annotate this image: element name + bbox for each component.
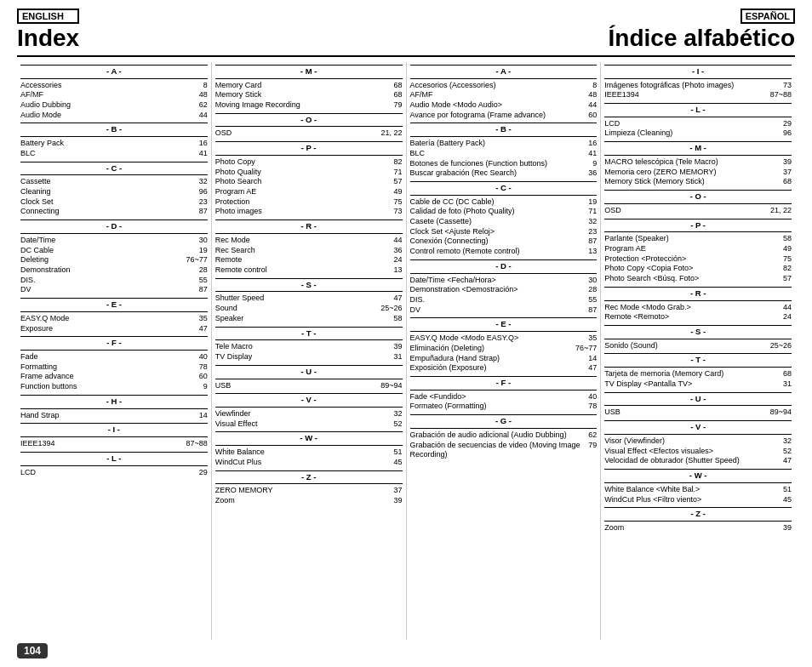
entry-text: Exposure xyxy=(20,324,197,334)
entry-text: Photo Copy <Copia Foto> xyxy=(604,264,781,274)
entry-text: Parlante (Speaker) xyxy=(604,234,781,244)
list-item: Fade 40 xyxy=(20,352,208,362)
entry-num: 87~88 xyxy=(770,90,792,100)
section-header: - S - xyxy=(215,278,403,293)
list-item: Audio Dubbing 62 xyxy=(20,100,208,111)
entry-num: 39 xyxy=(393,342,402,352)
list-item: AF/MF 48 xyxy=(410,90,598,100)
list-item: Battery Pack 16 xyxy=(20,139,208,149)
entry-num: 37 xyxy=(783,168,792,178)
list-item: Casete (Cassette) 32 xyxy=(410,217,598,227)
entry-text: Protection xyxy=(215,197,392,208)
list-item: Parlante (Speaker) 58 xyxy=(604,234,792,244)
entry-num: 40 xyxy=(588,392,597,402)
entry-text: Moving Image Recording xyxy=(215,100,392,111)
entry-num: 23 xyxy=(199,197,208,208)
entry-num: 21, 22 xyxy=(380,128,402,139)
list-item: MACRO telescópica (Tele Macro) 39 xyxy=(604,157,792,168)
entry-text: Limpieza (Cleaning) xyxy=(604,128,781,139)
entry-text: DIS. xyxy=(20,276,197,286)
entry-text: Zoom xyxy=(215,496,392,506)
list-item: IEEE1394 87~88 xyxy=(20,439,208,449)
entry-num: 9 xyxy=(592,159,597,169)
list-item: Rec Mode 44 xyxy=(215,236,403,246)
list-item: Grabación de audio adicional (Audio Dubb… xyxy=(410,430,598,441)
entry-num: 73 xyxy=(393,207,402,217)
entry-num: 36 xyxy=(588,168,597,179)
entry-text: Date/Time xyxy=(20,236,197,246)
list-item: Cassette 32 xyxy=(20,177,208,187)
entry-text: Speaker xyxy=(215,314,392,324)
entry-text: Fade <Fundido> xyxy=(410,392,587,402)
entry-text: Sonido (Sound) xyxy=(604,341,768,351)
section-header: - W - xyxy=(215,431,403,446)
section-header: - M - xyxy=(604,141,792,156)
entry-text: IEEE1394 xyxy=(20,439,184,449)
entry-num: 39 xyxy=(783,157,792,168)
entry-num: 25~26 xyxy=(380,304,402,314)
entry-num: 16 xyxy=(588,139,597,149)
entry-text: Visor (Viewfinder) xyxy=(604,436,781,447)
entry-num: 32 xyxy=(783,436,792,447)
entry-text: EASY.Q Mode <Modo EASY.Q> xyxy=(410,334,587,344)
entry-text: Exposición (Exposure) xyxy=(410,363,587,373)
entry-text: White Balance <White Bal.> xyxy=(604,485,781,495)
entry-num: 28 xyxy=(199,265,208,276)
list-item: Visor (Viewfinder) 32 xyxy=(604,436,792,447)
entry-num: 29 xyxy=(199,468,208,478)
entry-num: 35 xyxy=(588,334,597,344)
entry-text: Remote <Remoto> xyxy=(604,312,781,322)
entry-text: DV xyxy=(20,285,197,295)
entry-num: 8 xyxy=(592,81,597,91)
list-item: Speaker 58 xyxy=(215,314,403,324)
section-header: - L - xyxy=(20,452,208,466)
list-item: Memoria cero (ZERO MEMORY) 37 xyxy=(604,168,792,178)
entry-num: 79 xyxy=(393,100,402,111)
index-title: Index xyxy=(17,26,79,52)
entry-num: 41 xyxy=(588,149,597,159)
entry-text: Batería (Battery Pack) xyxy=(410,139,587,149)
entry-num: 36 xyxy=(393,246,402,256)
entry-text: Battery Pack xyxy=(20,139,197,149)
list-item: Control remoto (Remote control) 13 xyxy=(410,247,598,257)
list-item: Batería (Battery Pack) 16 xyxy=(410,139,598,149)
entry-num: 79 xyxy=(588,441,597,460)
entry-text: Photo Search <Búsq. Foto> xyxy=(604,274,781,284)
section-header: - U - xyxy=(604,392,792,407)
entry-text: Memory Stick (Memory Stick) xyxy=(604,177,781,187)
english-badge: ENGLISH xyxy=(17,9,79,24)
entry-text: Zoom xyxy=(604,523,781,533)
list-item: White Balance 51 xyxy=(215,448,403,458)
entry-num: 49 xyxy=(393,187,402,197)
entry-text: Tarjeta de memoria (Memory Card) xyxy=(604,369,781,379)
entry-num: 51 xyxy=(783,485,792,495)
list-item: Audio Mode <Modo Audio>44 xyxy=(410,100,598,111)
entry-num: 35 xyxy=(199,314,208,324)
list-item: DV87 xyxy=(410,305,598,316)
list-item: TV Display 31 xyxy=(215,352,403,362)
list-item: Conexión (Connecting) 87 xyxy=(410,237,598,247)
list-item: Viewfinder 32 xyxy=(215,409,403,419)
entry-text: Grabación de secuencias de video (Moving… xyxy=(410,441,587,460)
entry-num: 58 xyxy=(783,234,792,244)
list-item: Sonido (Sound) 25~26 xyxy=(604,341,792,351)
entry-num: 68 xyxy=(393,90,402,100)
list-item: Zoom 39 xyxy=(215,496,403,506)
entry-num: 49 xyxy=(783,244,792,254)
entry-num: 68 xyxy=(783,369,792,379)
entry-text: Memoria cero (ZERO MEMORY) xyxy=(604,168,781,178)
list-item: DIS.55 xyxy=(410,295,598,305)
entry-text: BLC xyxy=(410,149,587,159)
section-header: - D - xyxy=(410,259,598,274)
entry-text: AF/MF xyxy=(20,90,197,100)
section-header: - O - xyxy=(604,190,792,204)
entry-text: Photo Search xyxy=(215,177,392,187)
list-item: USB89~94 xyxy=(604,408,792,418)
section-header: - S - xyxy=(604,325,792,339)
entry-text: Program AE xyxy=(215,187,392,197)
list-item: Demonstration 28 xyxy=(20,265,208,276)
entry-text: Avance por fotograma (Frame advance) xyxy=(410,111,587,121)
section-header: - M - xyxy=(215,65,403,79)
entry-num: 47 xyxy=(393,294,402,304)
entry-text: Rec Mode <Modo Grab.> xyxy=(604,303,781,313)
